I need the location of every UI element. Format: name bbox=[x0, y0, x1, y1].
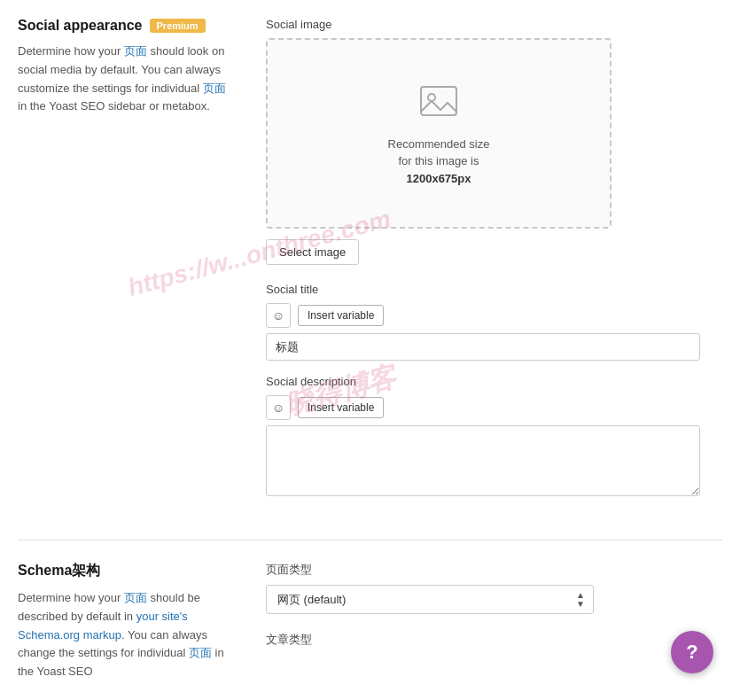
social-title-section: Social title ☺ Insert variable bbox=[266, 283, 722, 361]
social-title-toolbar: ☺ Insert variable bbox=[266, 303, 722, 328]
social-description-toolbar: ☺ Insert variable bbox=[266, 395, 722, 420]
social-title-label: Social title bbox=[266, 283, 722, 296]
premium-badge: Premium bbox=[150, 19, 206, 33]
social-title-input[interactable] bbox=[266, 333, 700, 361]
social-description-section: Social description ☺ Insert variable bbox=[266, 375, 722, 499]
schema-section: Schema架构 Determine how your 页面 should be… bbox=[18, 541, 722, 681]
section-heading: Social appearance Premium bbox=[18, 18, 230, 34]
social-title-insert-variable-button[interactable]: Insert variable bbox=[298, 305, 384, 326]
image-size-text: Recommended size for this image is 1200x… bbox=[388, 136, 490, 188]
social-description-emoji-button[interactable]: ☺ bbox=[266, 395, 291, 420]
social-appearance-title: Social appearance bbox=[18, 18, 143, 34]
page-type-select[interactable]: 网页 (default) 文章 产品 其他 bbox=[266, 585, 594, 614]
social-appearance-section: Social appearance Premium Determine how … bbox=[18, 18, 722, 541]
social-appearance-right: Social image Recommended size for this i… bbox=[266, 18, 722, 513]
schema-description: Determine how your 页面 should be describe… bbox=[18, 589, 230, 681]
social-image-label: Social image bbox=[266, 18, 722, 31]
schema-link[interactable]: your site's Schema.org markup bbox=[18, 610, 188, 642]
social-description-insert-variable-button[interactable]: Insert variable bbox=[298, 397, 384, 418]
svg-rect-0 bbox=[421, 87, 456, 115]
social-title-emoji-button[interactable]: ☺ bbox=[266, 303, 291, 328]
social-appearance-description: Determine how your 页面 should look on soc… bbox=[18, 43, 230, 116]
social-image-dropzone: Recommended size for this image is 1200x… bbox=[266, 38, 611, 229]
help-button[interactable]: ? bbox=[671, 631, 713, 673]
image-placeholder-icon bbox=[417, 80, 460, 125]
social-description-label: Social description bbox=[266, 375, 722, 388]
social-description-textarea[interactable] bbox=[266, 425, 700, 496]
page-type-select-wrapper: 网页 (default) 文章 产品 其他 ▲ ▼ bbox=[266, 585, 594, 614]
schema-right: 页面类型 网页 (default) 文章 产品 其他 ▲ ▼ 文章类型 bbox=[266, 562, 722, 681]
schema-title: Schema架构 bbox=[18, 562, 230, 580]
select-image-button[interactable]: Select image bbox=[266, 239, 359, 265]
schema-left: Schema架构 Determine how your 页面 should be… bbox=[18, 562, 230, 681]
social-appearance-left: Social appearance Premium Determine how … bbox=[18, 18, 230, 513]
page-type-label: 页面类型 bbox=[266, 562, 722, 578]
article-type-label: 文章类型 bbox=[266, 632, 722, 648]
